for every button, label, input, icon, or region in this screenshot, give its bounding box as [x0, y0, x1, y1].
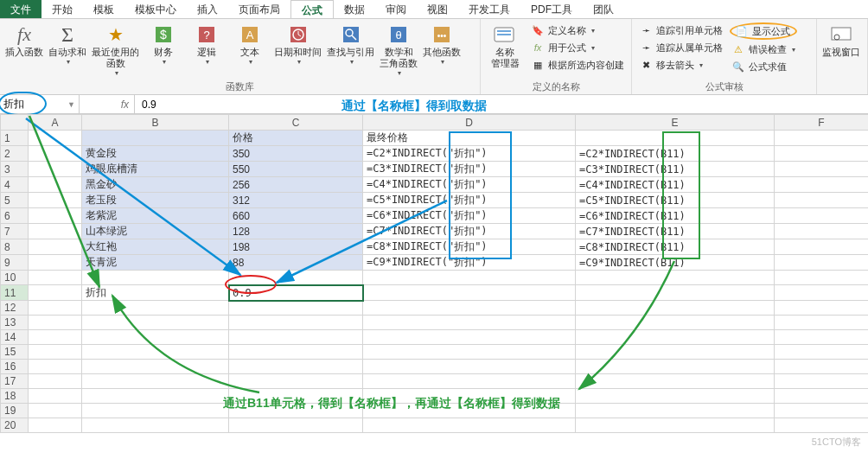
- cell-C5[interactable]: 312: [229, 193, 363, 208]
- cell-E13[interactable]: [576, 316, 775, 330]
- cell-A4[interactable]: [29, 177, 82, 193]
- cell-B10[interactable]: [82, 271, 229, 285]
- row-header-18[interactable]: 18: [1, 389, 29, 404]
- cell-B20[interactable]: [82, 418, 229, 433]
- name-box[interactable]: 折扣 ▼: [0, 95, 80, 113]
- tab-home[interactable]: 开始: [41, 0, 83, 18]
- cell-F15[interactable]: [775, 345, 869, 360]
- cell-F2[interactable]: [775, 146, 869, 162]
- cell-F14[interactable]: [775, 330, 869, 345]
- cell-C17[interactable]: [229, 374, 363, 389]
- col-header-F[interactable]: F: [775, 115, 869, 131]
- define-name-button[interactable]: 🔖定义名称▾: [529, 22, 626, 38]
- cell-B19[interactable]: [82, 404, 229, 418]
- cell-C15[interactable]: [229, 345, 363, 360]
- cell-F16[interactable]: [775, 360, 869, 374]
- cell-C9[interactable]: 88: [229, 255, 363, 271]
- col-header-E[interactable]: E: [576, 115, 775, 131]
- cell-A14[interactable]: [29, 330, 82, 345]
- cell-B6[interactable]: 老紫泥: [82, 208, 229, 224]
- row-header-8[interactable]: 8: [1, 239, 29, 255]
- cell-D16[interactable]: [363, 360, 576, 374]
- cell-B5[interactable]: 老玉段: [82, 193, 229, 208]
- cell-A9[interactable]: [29, 255, 82, 271]
- datetime-button[interactable]: 日期和时间▾: [274, 21, 322, 67]
- cell-F12[interactable]: [775, 301, 869, 316]
- error-check-button[interactable]: ⚠错误检查▾: [730, 41, 797, 57]
- cell-E10[interactable]: [576, 271, 775, 285]
- cell-F7[interactable]: [775, 224, 869, 239]
- cell-A12[interactable]: [29, 301, 82, 316]
- cell-C3[interactable]: 550: [229, 162, 363, 177]
- cell-A15[interactable]: [29, 345, 82, 360]
- cell-F17[interactable]: [775, 374, 869, 389]
- tab-page-layout[interactable]: 页面布局: [228, 0, 290, 18]
- cell-A11[interactable]: [29, 285, 82, 301]
- cell-B17[interactable]: [82, 374, 229, 389]
- col-header-D[interactable]: D: [363, 115, 576, 131]
- cell-C6[interactable]: 660: [229, 208, 363, 224]
- cell-D17[interactable]: [363, 374, 576, 389]
- logical-button[interactable]: ? 逻辑▾: [188, 21, 226, 67]
- use-in-formula-button[interactable]: fx用于公式▾: [529, 40, 626, 55]
- cell-B3[interactable]: 鸡眼底槽清: [82, 162, 229, 177]
- create-from-selection-button[interactable]: ▦根据所选内容创建: [529, 57, 626, 73]
- cell-A5[interactable]: [29, 193, 82, 208]
- cell-E12[interactable]: [576, 301, 775, 316]
- watch-window-button[interactable]: 监视窗口: [822, 21, 860, 58]
- row-header-1[interactable]: 1: [1, 131, 29, 146]
- select-all-cell[interactable]: [1, 115, 29, 131]
- trace-precedents-button[interactable]: ➛追踪引用单元格: [637, 22, 724, 38]
- row-header-15[interactable]: 15: [1, 345, 29, 360]
- cell-F19[interactable]: [775, 404, 869, 418]
- row-header-5[interactable]: 5: [1, 193, 29, 208]
- cell-F18[interactable]: [775, 389, 869, 404]
- tab-pdf-tools[interactable]: PDF工具: [520, 0, 583, 18]
- tab-insert[interactable]: 插入: [187, 0, 228, 18]
- cell-C2[interactable]: 350: [229, 146, 363, 162]
- cell-D13[interactable]: [363, 316, 576, 330]
- other-fn-button[interactable]: ••• 其他函数▾: [423, 21, 461, 67]
- cell-B11[interactable]: 折扣: [82, 285, 229, 301]
- cell-E17[interactable]: [576, 374, 775, 389]
- row-header-14[interactable]: 14: [1, 330, 29, 345]
- cell-B18[interactable]: [82, 389, 229, 404]
- cell-D11[interactable]: [363, 285, 576, 301]
- cell-A20[interactable]: [29, 418, 82, 433]
- row-header-2[interactable]: 2: [1, 146, 29, 162]
- cell-E15[interactable]: [576, 345, 775, 360]
- cell-F5[interactable]: [775, 193, 869, 208]
- cell-F6[interactable]: [775, 208, 869, 224]
- cell-A2[interactable]: [29, 146, 82, 162]
- cell-C12[interactable]: [229, 301, 363, 316]
- cell-A16[interactable]: [29, 360, 82, 374]
- row-header-19[interactable]: 19: [1, 404, 29, 418]
- cell-A1[interactable]: [29, 131, 82, 146]
- grid-table[interactable]: A B C D E F 1价格最终价格2黄金段350=C2*INDIRECT("…: [0, 114, 868, 433]
- cell-C14[interactable]: [229, 330, 363, 345]
- row-header-9[interactable]: 9: [1, 255, 29, 271]
- row-header-11[interactable]: 11: [1, 285, 29, 301]
- cell-E18[interactable]: [576, 389, 775, 404]
- cell-F4[interactable]: [775, 177, 869, 193]
- cell-D15[interactable]: [363, 345, 576, 360]
- cell-C4[interactable]: 256: [229, 177, 363, 193]
- cell-C1[interactable]: 价格: [229, 131, 363, 146]
- cell-D10[interactable]: [363, 271, 576, 285]
- row-header-20[interactable]: 20: [1, 418, 29, 433]
- cell-C8[interactable]: 198: [229, 239, 363, 255]
- tab-team[interactable]: 团队: [583, 0, 624, 18]
- financial-button[interactable]: $ 财务▾: [144, 21, 182, 67]
- cell-E20[interactable]: [576, 418, 775, 433]
- autosum-button[interactable]: Σ 自动求和▾: [48, 21, 86, 67]
- dropdown-icon[interactable]: ▼: [67, 100, 75, 109]
- tab-dev-tools[interactable]: 开发工具: [458, 0, 520, 18]
- cell-B13[interactable]: [82, 316, 229, 330]
- cell-C20[interactable]: [229, 418, 363, 433]
- recent-button[interactable]: ★ 最近使用的 函数▾: [92, 21, 139, 78]
- show-formulas-button[interactable]: 📄显示公式: [730, 22, 797, 40]
- cell-F3[interactable]: [775, 162, 869, 177]
- row-header-16[interactable]: 16: [1, 360, 29, 374]
- cell-A8[interactable]: [29, 239, 82, 255]
- cell-F20[interactable]: [775, 418, 869, 433]
